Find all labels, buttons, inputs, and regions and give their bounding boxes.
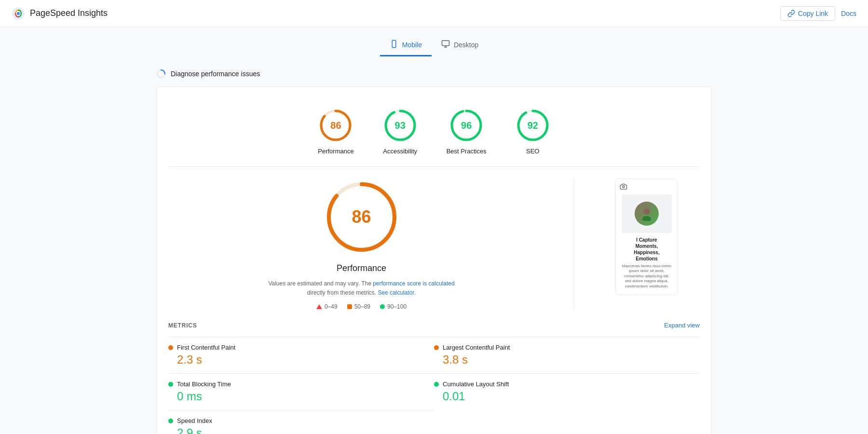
- desktop-tab-label: Desktop: [454, 41, 478, 49]
- metric-si-name-row: Speed Index: [168, 417, 434, 424]
- performance-circle: 86: [318, 108, 353, 143]
- person-avatar: [635, 202, 659, 226]
- seo-score-value: 92: [528, 120, 538, 131]
- accessibility-score-value: 93: [395, 120, 406, 131]
- lcp-dot: [434, 345, 439, 350]
- metric-fcp: First Contentful Paint 2.3 s: [168, 337, 434, 373]
- legend-average: 50–89: [347, 303, 370, 310]
- lcp-label: Largest Contentful Paint: [443, 344, 510, 351]
- score-item-performance[interactable]: 86 Performance: [318, 108, 353, 155]
- tab-mobile[interactable]: Mobile: [380, 35, 432, 56]
- tbt-label: Total Blocking Time: [177, 380, 231, 388]
- fcp-value: 2.3 s: [168, 353, 434, 366]
- desktop-tab-icon: [441, 40, 450, 50]
- si-dot: [168, 419, 173, 423]
- header: PageSpeed Insights Copy Link Docs: [0, 0, 868, 27]
- score-legend: 0–49 50–89 90–100: [316, 303, 407, 310]
- score-item-accessibility[interactable]: 93 Accessibility: [383, 108, 418, 155]
- mobile-tab-icon: [390, 40, 398, 50]
- legend-fail-label: 0–49: [325, 303, 338, 310]
- large-performance-score: 86: [352, 207, 371, 227]
- preview-body: Maecenas fames risus lorem ipsum dolor s…: [622, 264, 672, 289]
- logo-area: PageSpeed Insights: [12, 7, 108, 20]
- copy-link-label: Copy Link: [798, 10, 828, 17]
- performance-score-label: Performance: [318, 148, 353, 155]
- accessibility-score-label: Accessibility: [383, 148, 417, 155]
- metrics-section: METRICS Expand view First Contentful Pai…: [168, 322, 700, 434]
- metric-si: Speed Index 2.9 s: [168, 410, 434, 434]
- description-suffix: directly from these metrics.: [307, 289, 376, 296]
- performance-score-link[interactable]: performance score is calculated: [373, 280, 454, 287]
- preview-title: I Capture Moments, Happiness, Emotions: [622, 237, 672, 262]
- cls-dot: [434, 382, 439, 387]
- performance-description: Values are estimated and may vary. The p…: [265, 279, 458, 298]
- legend-average-label: 50–89: [354, 303, 370, 310]
- performance-section-title: Performance: [337, 263, 386, 273]
- best-practices-score-label: Best Practices: [447, 148, 487, 155]
- link-icon: [787, 10, 795, 17]
- cls-label: Cumulative Layout Shift: [443, 380, 509, 388]
- svg-rect-4: [442, 41, 449, 46]
- description-prefix: Values are estimated and may vary. The: [268, 280, 371, 287]
- expand-view-button[interactable]: Expand view: [664, 322, 700, 329]
- best-practices-score-value: 96: [461, 120, 472, 131]
- spinner-icon: [156, 69, 166, 79]
- tab-desktop[interactable]: Desktop: [432, 35, 488, 56]
- preview-image: [622, 194, 672, 233]
- score-card: 86 Performance 93 Accessibility: [156, 86, 712, 434]
- svg-point-20: [642, 216, 651, 221]
- performance-detail-area: 86 Performance Values are estimated and …: [168, 178, 700, 310]
- tab-bar: Mobile Desktop: [156, 35, 712, 56]
- metric-lcp-name-row: Largest Contentful Paint: [434, 344, 700, 351]
- accessibility-circle: 93: [383, 108, 418, 143]
- fcp-label: First Contentful Paint: [177, 344, 235, 351]
- seo-score-label: SEO: [526, 148, 539, 155]
- metric-tbt: Total Blocking Time 0 ms: [168, 373, 434, 410]
- copy-link-button[interactable]: Copy Link: [780, 6, 835, 21]
- si-label: Speed Index: [177, 417, 212, 424]
- svg-point-21: [643, 207, 651, 215]
- site-preview-card: I Capture Moments, Happiness, Emotions M…: [615, 178, 678, 295]
- capture-icon: [620, 183, 627, 192]
- metric-cls: Cumulative Layout Shift 0.01: [434, 373, 700, 410]
- best-practices-circle: 96: [449, 108, 484, 143]
- legend-fail: 0–49: [316, 303, 338, 310]
- performance-left-panel: 86 Performance Values are estimated and …: [168, 178, 555, 310]
- seo-circle: 92: [515, 108, 550, 143]
- scores-row: 86 Performance 93 Accessibility: [168, 98, 700, 167]
- metric-cls-name-row: Cumulative Layout Shift: [434, 380, 700, 388]
- performance-right-panel: I Capture Moments, Happiness, Emotions M…: [594, 178, 700, 310]
- metric-lcp: Largest Contentful Paint 3.8 s: [434, 337, 700, 373]
- calculator-link[interactable]: See calculator.: [378, 289, 416, 296]
- performance-score-value: 86: [330, 120, 341, 131]
- vertical-divider: [574, 178, 574, 310]
- metrics-header: METRICS Expand view: [168, 322, 700, 329]
- score-item-seo[interactable]: 92 SEO: [515, 108, 550, 155]
- svg-point-18: [623, 186, 624, 188]
- header-actions: Copy Link Docs: [780, 6, 856, 21]
- fail-icon: [316, 304, 322, 309]
- score-item-best-practices[interactable]: 96 Best Practices: [447, 108, 487, 155]
- tbt-value: 0 ms: [168, 390, 434, 403]
- fcp-dot: [168, 345, 173, 350]
- docs-link[interactable]: Docs: [841, 10, 856, 17]
- average-icon: [347, 304, 352, 309]
- diagnose-text: Diagnose performance issues: [171, 70, 260, 78]
- lcp-value: 3.8 s: [434, 353, 700, 366]
- large-performance-circle: 86: [323, 178, 400, 256]
- tbt-dot: [168, 382, 173, 387]
- legend-pass: 90–100: [380, 303, 407, 310]
- si-value: 2.9 s: [168, 426, 434, 434]
- app-title: PageSpeed Insights: [30, 8, 108, 18]
- metric-fcp-name-row: First Contentful Paint: [168, 344, 434, 351]
- diagnose-banner: Diagnose performance issues: [156, 64, 712, 86]
- legend-pass-label: 90–100: [387, 303, 407, 310]
- metric-tbt-name-row: Total Blocking Time: [168, 380, 434, 388]
- main-content: Mobile Desktop Diagnose performance issu…: [145, 27, 723, 434]
- metrics-section-title: METRICS: [168, 322, 197, 329]
- metrics-grid: First Contentful Paint 2.3 s Largest Con…: [168, 337, 700, 434]
- mobile-tab-label: Mobile: [402, 41, 422, 49]
- svg-point-1: [17, 12, 20, 15]
- pass-icon: [380, 304, 385, 309]
- cls-value: 0.01: [434, 390, 700, 403]
